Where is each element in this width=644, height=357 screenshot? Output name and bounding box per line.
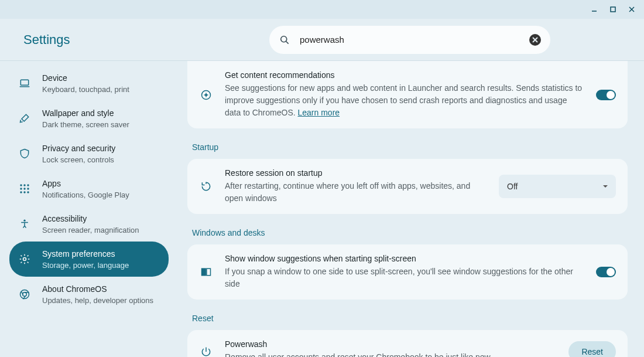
card-title: Restore session on startup [225,168,487,178]
sidebar-item-label: Apps [42,178,129,189]
section-heading-windows: Windows and desks [192,228,628,237]
sidebar: Device Keyboard, touchpad, print Wallpap… [0,61,178,357]
recommendations-toggle[interactable] [596,90,616,100]
clear-search-icon[interactable] [529,34,541,46]
window-suggestions-toggle[interactable] [596,267,616,277]
card-title: Get content recommendations [225,70,584,80]
sparkle-icon [199,88,213,102]
svg-point-12 [27,184,29,186]
svg-rect-24 [202,268,206,276]
search-container [269,26,550,54]
reset-button[interactable]: Reset [568,341,616,358]
sidebar-item-label: Accessibility [42,213,139,224]
card-title: Show window suggestions when starting sp… [225,254,584,263]
reset-card: Powerwash Remove all user accounts and r… [187,330,628,357]
search-input[interactable] [300,35,520,45]
search-icon [279,34,290,46]
minimize-button[interactable] [587,2,602,17]
sidebar-item-system[interactable]: System preferences Storage, power, langu… [9,242,169,277]
sidebar-item-sub: Notifications, Google Play [42,191,129,199]
svg-point-13 [20,188,22,189]
svg-point-20 [23,258,26,261]
brush-icon [19,113,30,124]
dropdown-value: Off [507,182,518,191]
svg-point-4 [281,36,287,42]
svg-point-15 [27,188,29,189]
page-title: Settings [23,32,269,47]
split-screen-icon [199,265,213,279]
sidebar-item-label: About ChromeOS [42,284,153,294]
svg-point-14 [23,188,25,189]
section-heading-startup: Startup [192,142,628,152]
sidebar-item-label: Privacy and security [42,143,115,154]
gear-icon [19,253,30,265]
sidebar-item-sub: Storage, power, language [42,261,129,270]
accessibility-icon [19,218,30,230]
svg-rect-1 [611,7,615,12]
svg-point-18 [27,191,29,193]
recommendations-card: Get content recommendations See suggesti… [187,61,628,128]
sidebar-item-wallpaper[interactable]: Wallpaper and style Dark theme, screen s… [9,101,169,136]
sidebar-item-sub: Screen reader, magnification [42,226,139,234]
svg-point-11 [23,184,25,186]
svg-line-5 [286,41,289,43]
svg-point-16 [20,191,22,193]
svg-point-19 [23,220,25,222]
sidebar-item-sub: Dark theme, screen saver [42,120,129,129]
card-desc: If you snap a window to one side to use … [225,266,584,290]
sidebar-item-about[interactable]: About ChromeOS Updates, help, developer … [9,277,169,312]
svg-point-10 [20,184,22,186]
chrome-icon [19,288,30,300]
startup-card: Restore session on startup After restart… [187,159,628,214]
card-desc: See suggestions for new apps and web con… [225,82,584,119]
svg-rect-8 [20,80,28,85]
sidebar-item-sub: Updates, help, developer options [42,296,153,305]
sidebar-item-sub: Keyboard, touchpad, print [42,85,129,94]
sidebar-item-sub: Lock screen, controls [42,155,115,164]
sidebar-item-label: Device [42,73,129,83]
card-desc: Remove all user accounts and reset your … [225,351,557,357]
shield-icon [19,148,30,159]
restore-icon [199,179,213,193]
grid-icon [19,183,30,195]
laptop-icon [19,77,30,89]
sidebar-item-privacy[interactable]: Privacy and security Lock screen, contro… [9,136,169,171]
sidebar-item-device[interactable]: Device Keyboard, touchpad, print [9,66,169,101]
maximize-button[interactable] [605,2,621,17]
windows-card: Show window suggestions when starting sp… [187,244,628,300]
svg-point-17 [23,191,25,193]
sidebar-item-apps[interactable]: Apps Notifications, Google Play [9,171,169,206]
card-desc: After restarting, continue where you lef… [225,180,487,205]
chevron-down-icon [603,185,608,188]
header: Settings [0,19,644,61]
section-heading-reset: Reset [192,314,628,323]
restore-session-dropdown[interactable]: Off [499,175,616,198]
learn-more-link[interactable]: Learn more [298,108,340,117]
power-icon [199,345,213,358]
sidebar-item-label: System preferences [42,249,129,259]
sidebar-item-accessibility[interactable]: Accessibility Screen reader, magnificati… [9,206,169,242]
card-title: Powerwash [225,339,557,349]
titlebar [0,0,644,19]
close-button[interactable] [624,2,639,17]
sidebar-item-label: Wallpaper and style [42,108,129,118]
main-content: Get content recommendations See suggesti… [178,61,644,357]
svg-rect-25 [207,268,211,276]
